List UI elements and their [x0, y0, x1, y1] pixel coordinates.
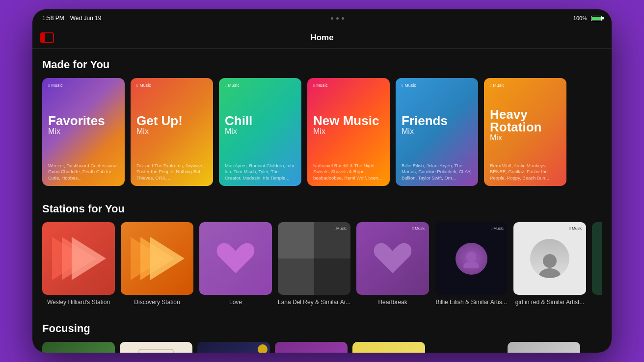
focusing-scroll-row[interactable]: Zelda & Chill III: [42, 342, 602, 353]
focus6-album[interactable]: [430, 342, 503, 353]
svg-marker-2: [72, 237, 106, 280]
apple-icon-heavy: : [490, 83, 491, 88]
friends-mix-header: Friends Mix: [402, 114, 472, 136]
svg-point-9: [539, 268, 561, 278]
friends-mix-name: Friends: [402, 114, 472, 127]
favorites-mix-name: Favorites: [48, 114, 119, 127]
yoshi-album[interactable]: SUPER GAME BOY WORLD YOSHI: [352, 342, 425, 353]
battery-fill: [592, 17, 601, 20]
heartbreak-apple-logo:  Music: [412, 226, 425, 231]
billie-station-label: Billie Eilish & Similar Artis...: [435, 299, 508, 306]
discovery-station-card[interactable]: [121, 222, 193, 295]
wesley-station-card[interactable]: [42, 222, 115, 295]
lana-apple-logo:  Music: [334, 226, 347, 231]
apple-music-logo-newmusic:  Music: [313, 83, 384, 88]
battery-icon: [591, 16, 602, 21]
heavy-mix-type: Mix: [490, 133, 561, 142]
mario-album[interactable]:  Music MARIO & CHILL 2: [197, 342, 270, 353]
heavy-mix-name: Heavy Rotation: [490, 108, 561, 133]
getup-mix-header: Get Up! Mix: [136, 114, 207, 136]
page-title: Home: [310, 33, 333, 43]
getup-mix-artists: Fitz and The Tantrums, Joywave, Foster t…: [136, 163, 207, 181]
svg-point-7: [463, 261, 479, 268]
newmusic-mix-content:  Music New Music Mix Nathaniel Rateliff…: [307, 78, 390, 186]
stations-section: Stations for You Wesley Hilliard's Stati…: [32, 193, 612, 312]
apple-icon-newmusic: : [313, 83, 315, 88]
heavy-mix-card[interactable]:  Music Heavy Rotation Mix Remi Wolf, Ar…: [484, 78, 566, 186]
svg-point-8: [543, 254, 557, 268]
getup-mix-card[interactable]:  Music Get Up! Mix Fitz and The Tantrum…: [131, 78, 213, 186]
newmusic-mix-card[interactable]:  Music New Music Mix Nathaniel Rateliff…: [307, 78, 390, 186]
getup-mix-name: Get Up!: [136, 114, 207, 127]
friends-mix-artists: Billie Eilish, Jelani Aryeh, The Marías,…: [402, 163, 472, 181]
discovery-station-wrapper: Discovery Station: [121, 222, 193, 306]
rex-station-wrapper:  Music Rex C...: [592, 222, 602, 306]
apple-icon: : [48, 83, 50, 88]
wesley-station-wrapper: Wesley Hilliard's Station: [42, 222, 115, 306]
date-display: Wed Jun 19: [70, 15, 102, 22]
dot-3: [342, 17, 344, 20]
favorites-mix-card[interactable]:  Music Favorites Mix Weezer, Dashboard …: [42, 78, 125, 186]
title-bar: Home: [32, 27, 612, 49]
billie-station-wrapper:  Music Billie Eilish & Similar Artis...: [435, 222, 508, 306]
rex-station-label: Rex C...: [592, 299, 602, 306]
favorites-mix-header: Favorites Mix: [48, 114, 119, 136]
status-right: 100%: [573, 15, 602, 21]
dot-1: [331, 17, 333, 20]
heartbreak-station-wrapper:  Music Heartbreak: [356, 222, 429, 306]
made-for-you-section: Made for You  Music Favorites Mix Weeze…: [32, 49, 612, 193]
girl-station-wrapper:  Music girl in red & Similar Artist...: [513, 222, 586, 306]
billie-station-card[interactable]:  Music: [435, 222, 508, 295]
newmusic-mix-header: New Music Mix: [313, 114, 384, 136]
getup-mix-type: Mix: [136, 127, 207, 136]
heartbreak-station-label: Heartbreak: [356, 299, 429, 306]
newmusic-mix-type: Mix: [313, 127, 384, 136]
newmusic-mix-artists: Nathaniel Rateliff & The Night Sweats, S…: [313, 163, 384, 181]
heartbreak-station-card[interactable]:  Music: [356, 222, 429, 295]
chill-mix-type: Mix: [225, 127, 295, 136]
love-station-label: Love: [199, 299, 272, 306]
status-left: 1:58 PM Wed Jun 19: [42, 15, 102, 22]
apple-music-logo-favorites:  Music: [48, 83, 119, 88]
stations-scroll-row[interactable]: Wesley Hilliard's Station Discovery Stat…: [42, 222, 602, 308]
battery-percent: 100%: [573, 15, 587, 21]
lana-station-label: Lana Del Rey & Similar Ar...: [278, 299, 350, 306]
love-station-wrapper: Love: [199, 222, 272, 306]
stations-title: Stations for You: [42, 203, 602, 215]
chill-mix-name: Chill: [225, 114, 295, 127]
apple-icon-getup: : [136, 83, 138, 88]
friends-mix-card[interactable]:  Music Friends Mix Billie Eilish, Jelan…: [396, 78, 478, 186]
focusing-title: Focusing: [42, 322, 602, 335]
device-frame: 1:58 PM Wed Jun 19 100% Home Made for Yo…: [32, 9, 612, 353]
heavy-mix-artists: Remi Wolf, Arctic Monkeys, BENEE, Gorill…: [490, 163, 561, 181]
status-bar: 1:58 PM Wed Jun 19 100%: [32, 9, 612, 27]
girl-station-card[interactable]:  Music: [513, 222, 586, 295]
apple-music-logo-getup:  Music: [136, 83, 207, 88]
focus4-album[interactable]: [275, 342, 348, 353]
favorites-mix-content:  Music Favorites Mix Weezer, Dashboard …: [42, 78, 125, 186]
billie-apple-logo:  Music: [491, 226, 504, 231]
chill-mix-content:  Music Chill Mix Mac Ayres, Radiant Chi…: [219, 78, 301, 186]
sidebar-toggle-icon[interactable]: [40, 32, 54, 43]
focus2-album[interactable]: [120, 342, 192, 353]
favorites-mix-type: Mix: [48, 127, 119, 136]
friends-mix-content:  Music Friends Mix Billie Eilish, Jelan…: [396, 78, 478, 186]
main-content[interactable]: Made for You  Music Favorites Mix Weeze…: [32, 49, 612, 353]
love-station-card[interactable]: [199, 222, 272, 295]
focus7-album[interactable]: [508, 342, 580, 353]
lana-station-card[interactable]:  Music: [278, 222, 350, 295]
rex-station-card[interactable]:  Music: [592, 222, 602, 295]
focusing-section: Focusing Zelda & Chill III: [32, 312, 612, 353]
girl-apple-logo:  Music: [569, 226, 582, 231]
heavy-mix-content:  Music Heavy Rotation Mix Remi Wolf, Ar…: [484, 78, 566, 186]
svg-point-6: [466, 252, 476, 261]
zelda-album[interactable]: Zelda & Chill III: [42, 342, 115, 353]
made-for-you-title: Made for You: [42, 58, 602, 71]
apple-music-logo-chill:  Music: [225, 83, 295, 88]
status-dots: [331, 17, 344, 20]
getup-mix-content:  Music Get Up! Mix Fitz and The Tantrum…: [131, 78, 213, 186]
friends-mix-type: Mix: [402, 127, 472, 136]
mixes-scroll-row[interactable]:  Music Favorites Mix Weezer, Dashboard …: [42, 78, 602, 188]
chill-mix-artists: Mac Ayres, Radiant Children, tobi lou, T…: [225, 163, 295, 181]
chill-mix-card[interactable]:  Music Chill Mix Mac Ayres, Radiant Chi…: [219, 78, 301, 186]
